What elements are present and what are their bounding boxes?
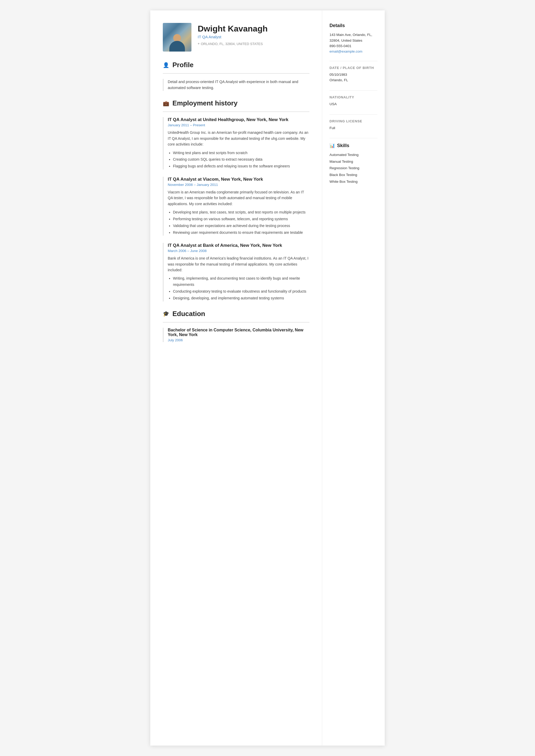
edu-date-1: July 2006 [168, 338, 309, 342]
job-bullet-1-1: Writing test plans and test scripts from… [173, 150, 309, 156]
sidebar-divider-2 [329, 90, 378, 91]
sidebar-nationality: USA [329, 101, 378, 107]
employment-icon: 💼 [163, 100, 169, 106]
details-title: Details [329, 23, 378, 28]
job-bullet-3-2: Conducting exploratory testing to evalua… [173, 288, 309, 295]
candidate-location: ⌖ ORLANDO, FL, 32804, UNITED STATES [198, 42, 309, 46]
edu-entry-1: Bachelor of Science in Computer Science,… [163, 328, 309, 342]
skill-5: White Box Testing [329, 178, 378, 185]
job-bullet-2-3: Validating that user expectations are ac… [173, 223, 309, 229]
job-title-3: IT QA Analyst at Bank of America, New Yo… [168, 243, 309, 248]
sidebar-license: Full [329, 125, 378, 131]
license-section: DRIVING LICENSE Full [329, 119, 378, 131]
skill-3: Regression Testing [329, 165, 378, 172]
job-bullet-2-2: Performing testing on various software, … [173, 216, 309, 222]
sidebar-address: 143 Main Ave, Orlando, FL, 32804, United… [329, 32, 378, 43]
education-title: Education [172, 310, 205, 318]
job-entry-3: IT QA Analyst at Bank of America, New Yo… [163, 243, 309, 301]
employment-divider [163, 111, 309, 112]
job-bullet-1-3: Flagging bugs and defects and relaying i… [173, 163, 309, 170]
skills-icon: 📊 [329, 143, 335, 148]
sidebar-email[interactable]: email@example.com [329, 49, 362, 53]
skill-1: Automated Testing [329, 151, 378, 158]
profile-text: Detail and process-oriented IT QA Analys… [163, 79, 309, 91]
job-entry-1: IT QA Analyst at United Healthgroup, New… [163, 117, 309, 170]
location-icon: ⌖ [198, 42, 200, 46]
job-bullet-3-1: Writing, implementing, and documenting t… [173, 275, 309, 288]
education-divider [163, 322, 309, 323]
details-section: Details 143 Main Ave, Orlando, FL, 32804… [329, 23, 378, 54]
dob-label: DATE / PLACE OF BIRTH [329, 66, 378, 70]
job-bullets-3: Writing, implementing, and documenting t… [168, 275, 309, 301]
job-dates-2: November 2008 – January 2011 [168, 183, 309, 187]
skills-section: 📊 Skills Automated Testing Manual Testin… [329, 143, 378, 185]
job-desc-1: UnitedHealth Group Inc. is an American f… [168, 130, 309, 147]
skills-title: Skills [337, 143, 349, 148]
sidebar-dob-place: Orlando, FL [329, 77, 378, 83]
license-label: DRIVING LICENSE [329, 119, 378, 123]
candidate-name: Dwight Kavanagh [198, 24, 309, 34]
job-bullet-2-1: Developing test plans, test cases, test … [173, 209, 309, 216]
job-desc-3: Bank of America is one of America's lead… [168, 256, 309, 273]
header: Dwight Kavanagh IT QA Analyst ⌖ ORLANDO,… [163, 23, 309, 52]
skills-heading: 📊 Skills [329, 143, 378, 148]
job-desc-2: Viacom is an American media conglomerate… [168, 189, 309, 207]
job-dates-3: March 2006 – June 2008 [168, 249, 309, 253]
sidebar-dob: 05/10/1983 [329, 72, 378, 78]
resume-page: Dwight Kavanagh IT QA Analyst ⌖ ORLANDO,… [150, 11, 385, 745]
employment-title: Employment history [172, 99, 238, 107]
header-info: Dwight Kavanagh IT QA Analyst ⌖ ORLANDO,… [198, 23, 309, 46]
job-bullets-1: Writing test plans and test scripts from… [168, 150, 309, 170]
profile-heading: 👤 Profile [163, 61, 309, 69]
job-bullet-1-2: Creating custom SQL queries to extract n… [173, 156, 309, 163]
main-column: Dwight Kavanagh IT QA Analyst ⌖ ORLANDO,… [150, 11, 322, 745]
employment-section: 💼 Employment history IT QA Analyst at Un… [163, 99, 309, 301]
nationality-section: NATIONALITY USA [329, 95, 378, 107]
skill-2: Manual Testing [329, 158, 378, 165]
education-icon: 🎓 [163, 310, 169, 317]
job-title-1: IT QA Analyst at United Healthgroup, New… [168, 117, 309, 122]
profile-section: 👤 Profile Detail and process-oriented IT… [163, 61, 309, 91]
education-section: 🎓 Education Bachelor of Science in Compu… [163, 310, 309, 342]
dob-section: DATE / PLACE OF BIRTH 05/10/1983 Orlando… [329, 66, 378, 83]
sidebar-divider-4 [329, 138, 378, 138]
job-entry-2: IT QA Analyst at Viacom, New York, New Y… [163, 177, 309, 236]
nationality-label: NATIONALITY [329, 95, 378, 99]
location-text: ORLANDO, FL, 32804, UNITED STATES [201, 42, 263, 46]
profile-title: Profile [172, 61, 193, 69]
avatar [163, 23, 191, 52]
job-bullet-2-4: Reviewing user requirement documents to … [173, 230, 309, 236]
job-bullet-3-3: Designing, developing, and implementing … [173, 295, 309, 302]
candidate-title: IT QA Analyst [198, 35, 309, 39]
job-bullets-2: Developing test plans, test cases, test … [168, 209, 309, 236]
employment-heading: 💼 Employment history [163, 99, 309, 107]
sidebar-phone: 890-555-0401 [329, 43, 378, 49]
profile-divider [163, 73, 309, 74]
job-title-2: IT QA Analyst at Viacom, New York, New Y… [168, 177, 309, 182]
education-heading: 🎓 Education [163, 310, 309, 318]
edu-degree-1: Bachelor of Science in Computer Science,… [168, 328, 309, 337]
avatar-person [169, 32, 185, 52]
sidebar-divider-3 [329, 114, 378, 115]
sidebar-divider-1 [329, 61, 378, 61]
profile-icon: 👤 [163, 62, 169, 68]
job-dates-1: January 2011 – Present [168, 123, 309, 127]
sidebar: Details 143 Main Ave, Orlando, FL, 32804… [322, 11, 385, 745]
avatar-body [169, 41, 185, 52]
skill-4: Black Box Testing [329, 172, 378, 178]
